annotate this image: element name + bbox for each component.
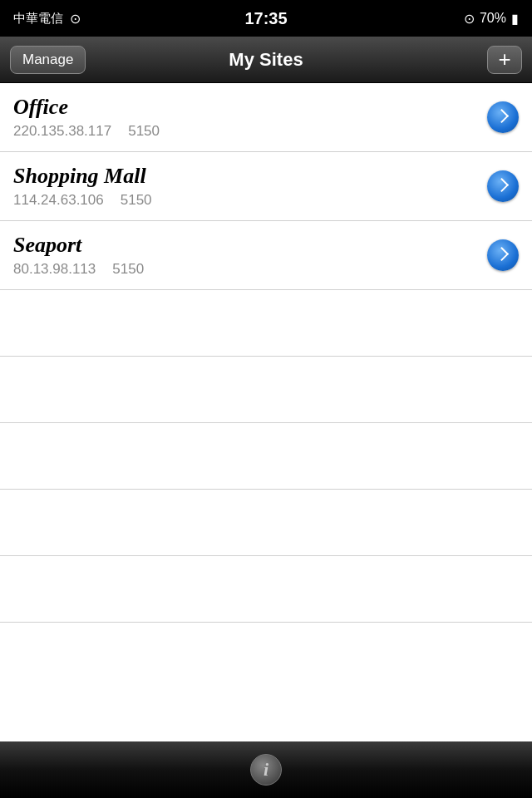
site-ip-seaport: 80.13.98.113 (13, 261, 96, 278)
empty-row-2 (0, 357, 532, 423)
site-name-shopping-mall: Shopping Mall (13, 164, 480, 189)
empty-row-5 (0, 556, 532, 623)
site-info-seaport: Seaport 80.13.98.113 5150 (13, 233, 480, 278)
site-details-shopping-mall: 114.24.63.106 5150 (13, 192, 480, 209)
status-left: 中華電信 ⊙ (13, 11, 81, 27)
add-site-button[interactable]: + (487, 46, 522, 74)
status-bar: 中華電信 ⊙ 17:35 ⊙ 70% ▮ (0, 0, 532, 37)
site-row-seaport[interactable]: Seaport 80.13.98.113 5150 (0, 221, 532, 290)
nav-bar: Manage My Sites + (0, 37, 532, 83)
status-time: 17:35 (244, 9, 287, 28)
wifi-icon: ⊙ (70, 11, 81, 27)
site-arrow-seaport[interactable] (487, 239, 519, 271)
bottom-bar: i (0, 741, 532, 798)
site-arrow-office[interactable] (487, 101, 519, 133)
site-ip-office: 220.135.38.117 (13, 123, 111, 140)
manage-button[interactable]: Manage (10, 46, 86, 74)
site-details-office: 220.135.38.117 5150 (13, 123, 480, 140)
site-name-seaport: Seaport (13, 233, 480, 258)
info-button[interactable]: i (250, 754, 282, 786)
battery-text: 70% (480, 11, 506, 26)
site-details-seaport: 80.13.98.113 5150 (13, 261, 480, 278)
sites-list: Office 220.135.38.117 5150 Shopping Mall… (0, 83, 532, 623)
clock-icon: ⊙ (464, 11, 475, 27)
empty-row-4 (0, 490, 532, 556)
page-title: My Sites (229, 49, 303, 71)
battery-icon: ▮ (511, 11, 519, 27)
site-ip-shopping-mall: 114.24.63.106 (13, 192, 104, 209)
empty-row-3 (0, 423, 532, 490)
carrier-text: 中華電信 (13, 11, 63, 27)
site-row-shopping-mall[interactable]: Shopping Mall 114.24.63.106 5150 (0, 152, 532, 221)
empty-row-1 (0, 290, 532, 357)
site-info-shopping-mall: Shopping Mall 114.24.63.106 5150 (13, 164, 480, 209)
content-area: Office 220.135.38.117 5150 Shopping Mall… (0, 83, 532, 741)
status-right: ⊙ 70% ▮ (464, 11, 519, 27)
site-row-office[interactable]: Office 220.135.38.117 5150 (0, 83, 532, 152)
site-arrow-shopping-mall[interactable] (487, 170, 519, 202)
site-port-seaport: 5150 (112, 261, 144, 278)
site-port-shopping-mall: 5150 (121, 192, 152, 209)
site-name-office: Office (13, 95, 480, 120)
site-info-office: Office 220.135.38.117 5150 (13, 95, 480, 140)
site-port-office: 5150 (128, 123, 160, 140)
